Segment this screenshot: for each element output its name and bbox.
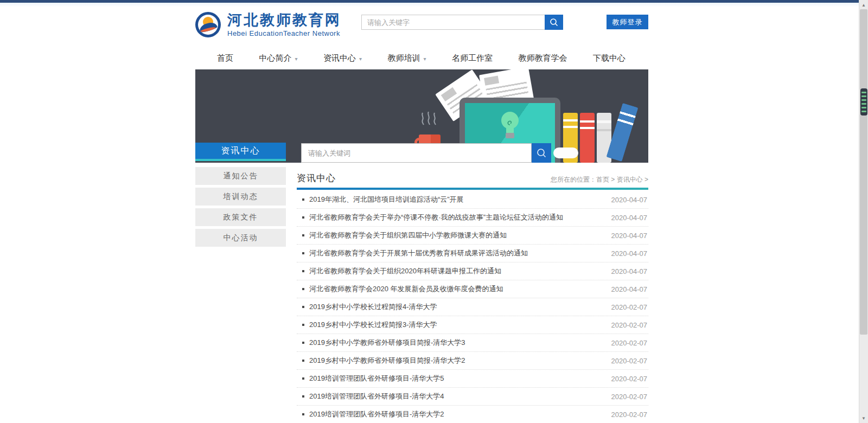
news-date: 2020-02-07 — [611, 357, 649, 365]
bullet-icon — [302, 252, 304, 254]
news-date: 2020-02-07 — [611, 411, 649, 419]
bullet-icon — [302, 234, 304, 236]
nav-item[interactable]: 资讯中心 ▾ — [323, 53, 362, 63]
news-title[interactable]: 2019培训管理团队省外研修项目-清华大学2 — [309, 409, 611, 419]
bullet-icon — [302, 216, 304, 219]
book-red — [580, 113, 595, 163]
news-row[interactable]: 2019培训管理团队省外研修项目-清华大学5 2020-02-07 — [297, 370, 648, 388]
scroll-up-arrow-icon[interactable]: ▲ — [859, 1, 868, 9]
nav-item[interactable]: 教师教育学会 ▾ — [519, 53, 567, 63]
chevron-down-icon: ▾ — [295, 56, 297, 62]
browser-extension-widget[interactable] — [860, 88, 867, 116]
news-row[interactable]: 2019培训管理团队省外研修项目-清华大学4 2020-02-07 — [297, 388, 648, 406]
logo-emblem-inner — [198, 15, 218, 35]
bullet-icon — [302, 306, 304, 308]
page-title: 资讯中心 — [297, 172, 336, 184]
nav-item[interactable]: 首页 ▾ — [217, 53, 233, 63]
sidebar-item[interactable]: 培训动态 — [195, 188, 286, 206]
news-row[interactable]: 河北省教师教育学会关于开展第十届优秀教育科研成果评选活动的通知 2020-04-… — [297, 245, 648, 262]
news-row[interactable]: 2019乡村中小学教师省外研修项目简报-清华大学2 2020-02-07 — [297, 352, 648, 370]
steam-icon — [420, 112, 438, 127]
nav-item[interactable]: 教师培训 ▾ — [388, 53, 426, 63]
news-row[interactable]: 2019乡村中小学校长过程简报3-清华大学 2020-02-07 — [297, 316, 648, 334]
news-title[interactable]: 河北省教师教育学会关于组织第四届中小学教师微课大赛的通知 — [309, 230, 611, 240]
bullet-icon — [302, 377, 304, 380]
chevron-down-icon: ▾ — [424, 56, 426, 62]
news-title[interactable]: 河北省教师教育学会关于举办“停课不停教·我的战疫故事”主题论坛征文活动的通知 — [309, 213, 611, 222]
news-title[interactable]: 河北省教师教育学会关于开展第十届优秀教育科研成果评选活动的通知 — [309, 248, 611, 258]
sidebar-item[interactable]: 中心活动 — [195, 229, 286, 247]
breadcrumb[interactable]: 您所在的位置：首页 > 资讯中心 > — [551, 175, 648, 184]
nav-item-label: 教师教育学会 — [519, 53, 567, 63]
news-row[interactable]: 河北省教师教育学会2020 年发展新会员及收缴年度会费的通知 2020-04-0… — [297, 280, 648, 298]
site-title-cn: 河北教师教育网 — [227, 12, 341, 28]
news-date: 2020-02-07 — [611, 303, 649, 311]
nav-item-label: 中心简介 — [259, 53, 291, 63]
scrollbar[interactable]: ▲ ▼ — [859, 0, 868, 423]
nav-item-label: 名师工作室 — [452, 53, 493, 63]
site-title-en: Hebei EducationTeacher Network — [227, 29, 341, 37]
news-row[interactable]: 河北省教师教育学会关于组织2020年科研课题申报工作的通知 2020-04-07 — [297, 262, 648, 280]
news-list: 2019年湖北、河北国培项目培训追踪活动“云”开展 2020-04-07 河北省… — [297, 191, 648, 423]
news-date: 2020-04-07 — [611, 249, 649, 258]
news-row[interactable]: 2019培训管理团队省外研修项目-清华大学2 2020-02-07 — [297, 406, 648, 423]
news-title[interactable]: 2019年湖北、河北国培项目培训追踪活动“云”开展 — [309, 195, 611, 204]
bullet-icon — [302, 342, 304, 344]
news-date: 2020-04-07 — [611, 285, 649, 293]
decorative-pill — [553, 148, 578, 158]
header-search-input[interactable] — [361, 15, 545, 30]
news-title[interactable]: 2019乡村中小学校长过程简报3-清华大学 — [309, 320, 611, 330]
news-date: 2020-04-07 — [611, 196, 649, 204]
banner-search-input[interactable] — [301, 143, 532, 163]
nav-item-label: 下载中心 — [593, 53, 626, 63]
page: 河北教师教育网 Hebei EducationTeacher Network 教… — [0, 0, 868, 423]
news-date: 2020-02-07 — [611, 321, 649, 329]
bullet-icon — [302, 198, 304, 201]
news-row[interactable]: 2019年湖北、河北国培项目培训追踪活动“云”开展 2020-04-07 — [297, 191, 648, 209]
news-row[interactable]: 河北省教师教育学会关于举办“停课不停教·我的战疫故事”主题论坛征文活动的通知 2… — [297, 209, 648, 227]
news-title[interactable]: 河北省教师教育学会关于组织2020年科研课题申报工作的通知 — [309, 266, 611, 276]
banner-search-button[interactable] — [532, 143, 551, 163]
news-row[interactable]: 2019乡村中小学教师省外研修项目简报-清华大学3 2020-02-07 — [297, 334, 648, 352]
logo-titles: 河北教师教育网 Hebei EducationTeacher Network — [227, 12, 341, 37]
news-title[interactable]: 2019乡村中小学校长过程简报4-清华大学 — [309, 302, 611, 312]
sidebar-item-label: 培训动态 — [224, 192, 258, 202]
sidebar-item-label: 中心活动 — [224, 233, 258, 243]
title-underline — [297, 188, 648, 190]
nav-item[interactable]: 中心简介 ▾ — [259, 53, 297, 63]
header-search-button[interactable] — [545, 15, 563, 30]
nav-item-label: 资讯中心 — [323, 53, 356, 63]
news-date: 2020-04-07 — [611, 214, 649, 222]
news-title[interactable]: 2019培训管理团队省外研修项目-清华大学4 — [309, 392, 611, 401]
nav-item-label: 首页 — [217, 53, 233, 63]
news-title[interactable]: 2019乡村中小学教师省外研修项目简报-清华大学2 — [309, 356, 611, 366]
news-date: 2020-02-07 — [611, 375, 649, 383]
bullet-icon — [302, 395, 304, 398]
nav-item[interactable]: 下载中心 ▾ — [593, 53, 626, 63]
bullet-icon — [302, 270, 304, 272]
main-content: 资讯中心 您所在的位置：首页 > 资讯中心 > 2019年湖北、河北国培项目培训… — [297, 170, 648, 423]
news-title[interactable]: 河北省教师教育学会2020 年发展新会员及收缴年度会费的通知 — [309, 284, 611, 294]
scrollbar-thumb[interactable] — [860, 9, 867, 335]
lightbulb-icon — [498, 110, 522, 144]
sidebar-item[interactable]: 通知公告 — [195, 167, 286, 185]
nav-item[interactable]: 名师工作室 ▾ — [452, 53, 493, 63]
header-search — [361, 15, 563, 30]
bullet-icon — [302, 324, 304, 326]
news-title[interactable]: 2019乡村中小学教师省外研修项目简报-清华大学3 — [309, 338, 611, 348]
bullet-icon — [302, 288, 304, 290]
news-title[interactable]: 2019培训管理团队省外研修项目-清华大学5 — [309, 374, 611, 383]
teacher-login-button[interactable]: 教师登录 — [607, 15, 648, 29]
nav-item-label: 教师培训 — [388, 53, 420, 63]
scroll-down-arrow-icon[interactable]: ▼ — [859, 414, 868, 422]
bullet-icon — [302, 413, 304, 415]
sidebar-item[interactable]: 政策文件 — [195, 208, 286, 226]
news-row[interactable]: 河北省教师教育学会关于组织第四届中小学教师微课大赛的通知 2020-04-07 — [297, 227, 648, 245]
chevron-down-icon: ▾ — [359, 56, 362, 62]
news-row[interactable]: 2019乡村中小学校长过程简报4-清华大学 2020-02-07 — [297, 298, 648, 316]
banner-search — [301, 143, 578, 163]
sidebar-menu: 通知公告 培训动态 政策文件 中心活动 — [195, 167, 286, 249]
site-logo[interactable]: 河北教师教育网 Hebei EducationTeacher Network — [195, 9, 341, 40]
search-icon — [536, 148, 547, 158]
search-icon — [549, 17, 559, 27]
